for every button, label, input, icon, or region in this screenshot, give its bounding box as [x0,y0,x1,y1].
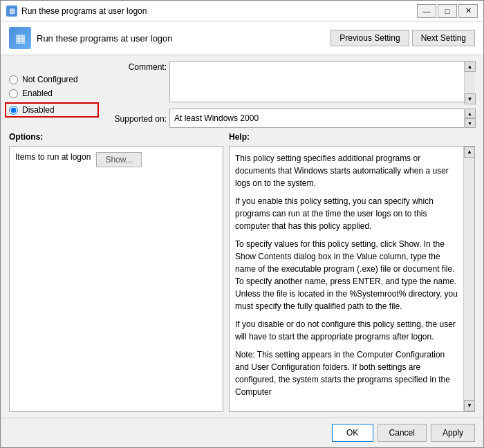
comment-scrollbar[interactable]: ▲ ▼ [464,61,475,104]
options-box: Items to run at logon Show... [9,146,223,412]
minimize-button[interactable]: — [417,4,436,18]
not-configured-label: Not Configured [22,75,78,84]
header-icon: ▦ [9,27,31,49]
help-title: Help: [229,132,475,142]
options-panel: Options: Items to run at logon Show... [9,132,223,412]
comment-scroll-up[interactable]: ▲ [465,61,476,72]
right-section: Comment: ▲ ▼ Supported on: At [104,61,475,128]
comment-scroll-track [465,72,475,93]
help-para-5: Note: This setting appears in the Comput… [235,348,459,398]
options-title: Options: [9,132,223,142]
enabled-radio[interactable] [9,89,18,98]
title-bar-controls: — □ ✕ [417,4,478,18]
comment-label: Comment: [104,61,167,72]
help-para-3: To specify values for this policy settin… [235,238,459,312]
help-scroll-down[interactable]: ▼ [464,400,475,411]
supported-row: Supported on: At least Windows 2000 ▲ ▼ [104,109,475,128]
help-para-4: If you disable or do not configure this … [235,318,459,343]
help-scroll-track [464,158,474,400]
help-scroll-up[interactable]: ▲ [464,147,475,158]
not-configured-option[interactable]: Not Configured [9,75,99,84]
top-section: Not Configured Enabled Disabled Comment: [9,61,475,128]
show-button[interactable]: Show... [96,152,141,167]
close-button[interactable]: ✕ [458,4,478,18]
header-title: Run these programs at user logon [37,33,173,44]
title-icon: ▦ [6,6,17,17]
next-setting-button[interactable]: Next Setting [412,30,475,46]
main-window: ▦ Run these programs at user logon — □ ✕… [0,0,484,448]
ok-button[interactable]: OK [332,424,373,442]
comment-box-wrapper: ▲ ▼ [169,61,475,104]
header-bar: ▦ Run these programs at user logon Previ… [1,21,483,55]
comment-scroll-down[interactable]: ▼ [465,93,476,104]
title-bar-text: Run these programs at user logon [21,6,413,16]
previous-setting-button[interactable]: Previous Setting [331,30,409,46]
supported-value: At least Windows 2000 [174,113,259,123]
enabled-option[interactable]: Enabled [9,88,99,98]
help-panel: Help: This policy setting specifies addi… [229,132,475,412]
apply-button[interactable]: Apply [431,424,475,442]
header-buttons: Previous Setting Next Setting [331,30,475,46]
disabled-option[interactable]: Disabled [5,102,99,118]
supported-scroll-up[interactable]: ▲ [465,109,476,118]
footer: OK Cancel Apply [1,418,483,447]
supported-scroll-down[interactable]: ▼ [465,118,476,128]
help-para-2: If you enable this policy setting, you c… [235,195,459,232]
options-item-label: Items to run at logon [15,152,91,162]
enabled-label: Enabled [22,88,53,98]
help-box: This policy setting specifies additional… [229,146,475,412]
supported-scrollbar[interactable]: ▲ ▼ [464,109,475,128]
help-para-1: This policy setting specifies additional… [235,152,459,189]
content-area: Not Configured Enabled Disabled Comment: [1,55,483,418]
not-configured-radio[interactable] [9,75,18,84]
bottom-section: Options: Items to run at logon Show... H… [9,132,475,412]
comment-textarea[interactable] [169,61,475,102]
header-left: ▦ Run these programs at user logon [9,27,173,49]
title-bar: ▦ Run these programs at user logon — □ ✕ [1,1,483,21]
disabled-radio[interactable] [9,106,18,115]
disabled-label: Disabled [22,105,55,115]
supported-box-wrapper: At least Windows 2000 ▲ ▼ [169,109,475,128]
radio-section: Not Configured Enabled Disabled [9,61,99,128]
help-scrollbar[interactable]: ▲ ▼ [463,147,474,411]
supported-label: Supported on: [104,113,167,124]
maximize-button[interactable]: □ [438,4,457,18]
cancel-button[interactable]: Cancel [378,424,427,442]
supported-value-box: At least Windows 2000 [169,109,475,128]
comment-row: Comment: ▲ ▼ [104,61,475,104]
